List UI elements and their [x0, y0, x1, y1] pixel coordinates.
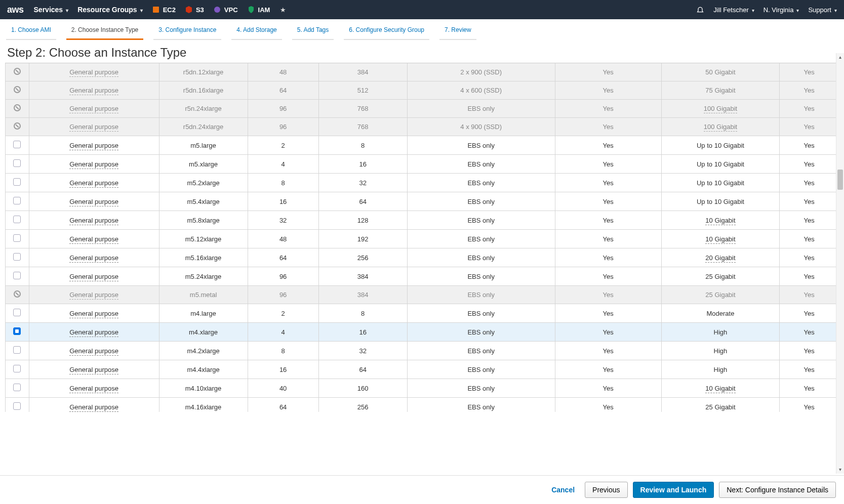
username-label: Jill Fetscher [713, 6, 748, 14]
vcpu-cell: 16 [248, 192, 318, 211]
support-menu[interactable]: Support [808, 6, 837, 14]
memory-cell: 32 [318, 174, 407, 192]
ebs-cell: Yes [555, 304, 661, 323]
table-row[interactable]: General purposem5.24xlarge96384EBS onlyY… [6, 267, 839, 286]
ipv6-cell: Yes [780, 379, 839, 398]
row-select-checkbox[interactable] [13, 272, 21, 279]
row-select-checkbox[interactable] [13, 197, 21, 204]
shortcut-ec2[interactable]: EC2 [152, 6, 176, 14]
ebs-cell: Yes [555, 81, 661, 100]
ebs-cell: Yes [555, 136, 661, 155]
ebs-cell: Yes [555, 248, 661, 267]
table-row: General purposer5dn.16xlarge645124 x 600… [6, 81, 839, 100]
row-select-checkbox[interactable] [13, 178, 21, 186]
row-select-checkbox[interactable] [13, 234, 21, 242]
disabled-icon [14, 290, 21, 298]
family-cell: General purpose [69, 160, 118, 169]
table-row[interactable]: General purposem4.10xlarge40160EBS onlyY… [6, 379, 839, 398]
family-cell: General purpose [69, 142, 118, 150]
wizard-step-1[interactable]: 1. Choose AMI [6, 23, 56, 40]
row-select-checkbox[interactable] [13, 159, 21, 167]
vcpu-cell: 96 [248, 118, 318, 136]
vcpu-cell: 40 [248, 379, 318, 398]
family-cell: General purpose [69, 68, 118, 77]
row-select-checkbox[interactable] [13, 384, 21, 391]
type-cell: m5.12xlarge [159, 230, 248, 248]
shortcut-iam[interactable]: IAM [247, 6, 270, 14]
ipv6-cell: Yes [780, 136, 839, 155]
ipv6-cell: Yes [780, 304, 839, 323]
row-select-checkbox[interactable] [13, 141, 21, 148]
ebs-cell: Yes [555, 379, 661, 398]
row-select-checkbox[interactable] [13, 346, 21, 354]
ebs-cell: Yes [555, 342, 661, 360]
resource-groups-menu[interactable]: Resource Groups [77, 6, 142, 14]
table-row[interactable]: General purposem5.4xlarge1664EBS onlyYes… [6, 192, 839, 211]
table-row[interactable]: General purposem4.large28EBS onlyYesMode… [6, 304, 839, 323]
family-cell: General purpose [69, 235, 118, 244]
row-select-checkbox[interactable] [13, 327, 21, 335]
vcpu-cell: 8 [248, 174, 318, 192]
table-row[interactable]: General purposem5.12xlarge48192EBS onlyY… [6, 230, 839, 248]
ebs-cell: Yes [555, 211, 661, 230]
storage-cell: EBS only [407, 360, 555, 379]
shortcut-label: S3 [196, 6, 204, 14]
wizard-step-3[interactable]: 3. Configure Instance [153, 23, 221, 40]
row-select-checkbox[interactable] [13, 402, 21, 410]
table-row[interactable]: General purposem5.xlarge416EBS onlyYesUp… [6, 155, 839, 174]
storage-cell: EBS only [407, 342, 555, 360]
wizard-step-4[interactable]: 4. Add Storage [231, 23, 282, 40]
wizard-step-2: 2. Choose Instance Type [66, 23, 144, 40]
account-menu[interactable]: Jill Fetscher [713, 6, 754, 14]
shortcut-vpc[interactable]: VPC [213, 6, 238, 14]
wizard-step-6[interactable]: 6. Configure Security Group [344, 23, 429, 40]
services-label: Services [34, 6, 63, 14]
table-row[interactable]: General purposem5.8xlarge32128EBS onlyYe… [6, 211, 839, 230]
ipv6-cell: Yes [780, 248, 839, 267]
table-row[interactable]: General purposem4.4xlarge1664EBS onlyYes… [6, 360, 839, 379]
row-select-checkbox[interactable] [13, 216, 21, 223]
vertical-scrollbar[interactable]: ▴ ▾ [836, 53, 844, 412]
table-row[interactable]: General purposem4.2xlarge832EBS onlyYesH… [6, 342, 839, 360]
ebs-cell: Yes [555, 118, 661, 136]
pin-icon[interactable]: ★ [280, 6, 286, 14]
storage-cell: EBS only [407, 155, 555, 174]
vcpu-cell: 32 [248, 211, 318, 230]
storage-cell: EBS only [407, 230, 555, 248]
family-cell: General purpose [69, 310, 118, 318]
instance-type-table-wrapper[interactable]: General purposer5dn.12xlarge483842 x 900… [5, 63, 839, 412]
shortcut-label: EC2 [163, 6, 176, 14]
wizard-step-5[interactable]: 5. Add Tags [292, 23, 334, 40]
table-row[interactable]: General purposem5.16xlarge64256EBS onlyY… [6, 248, 839, 267]
type-cell: m5.24xlarge [159, 267, 248, 286]
family-cell: General purpose [69, 123, 118, 132]
table-row[interactable]: General purposem5.large28EBS onlyYesUp t… [6, 136, 839, 155]
storage-cell: 4 x 900 (SSD) [407, 118, 555, 136]
scroll-thumb[interactable] [837, 170, 843, 190]
region-menu[interactable]: N. Virginia [763, 6, 799, 14]
aws-logo[interactable]: aws [7, 5, 24, 15]
ebs-cell: Yes [555, 100, 661, 118]
ipv6-cell: Yes [780, 63, 839, 81]
caret-down-icon [140, 6, 143, 14]
ebs-cell: Yes [555, 323, 661, 342]
table-row: General purposer5dn.24xlarge967684 x 900… [6, 118, 839, 136]
table-row[interactable]: General purposem5.2xlarge832EBS onlyYesU… [6, 174, 839, 192]
scroll-up-icon[interactable]: ▴ [836, 53, 844, 61]
ipv6-cell: Yes [780, 267, 839, 286]
notifications-icon[interactable] [696, 6, 704, 14]
services-menu[interactable]: Services [34, 6, 69, 14]
table-row[interactable]: General purposem4.16xlarge64256EBS onlyY… [6, 398, 839, 412]
ebs-cell: Yes [555, 230, 661, 248]
row-select-checkbox[interactable] [13, 253, 21, 261]
type-cell: m5.4xlarge [159, 192, 248, 211]
type-cell: m5.metal [159, 286, 248, 304]
row-select-checkbox[interactable] [13, 309, 21, 316]
row-select-checkbox[interactable] [13, 365, 21, 372]
table-row[interactable]: General purposem4.xlarge416EBS onlyYesHi… [6, 323, 839, 342]
type-cell: m5.16xlarge [159, 248, 248, 267]
shortcut-s3[interactable]: S3 [185, 6, 204, 14]
wizard-step-7[interactable]: 7. Review [439, 23, 476, 40]
ipv6-cell: Yes [780, 211, 839, 230]
ipv6-cell: Yes [780, 192, 839, 211]
